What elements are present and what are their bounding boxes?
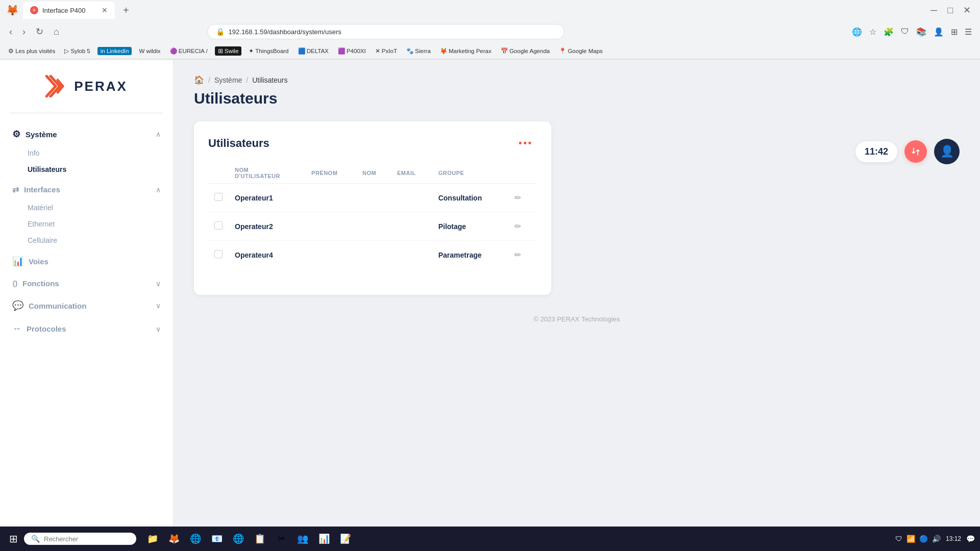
card-menu-button[interactable]: ••• <box>514 136 537 151</box>
row-checkbox-2[interactable] <box>208 241 229 269</box>
taskbar-right: 🛡 📶 🔵 🔊 13:12 💬 <box>895 535 975 543</box>
bookmark-p400xi[interactable]: 🟪 P400XI <box>336 46 368 56</box>
sort-icon <box>911 146 921 157</box>
tab-close-button[interactable]: ✕ <box>102 6 108 14</box>
reload-button[interactable]: ↻ <box>33 24 46 39</box>
sidebar-item-info[interactable]: Info <box>5 145 168 161</box>
account-button[interactable]: 👤 <box>932 25 946 39</box>
bookmark-sierra[interactable]: 🐾 Sierra <box>404 46 433 56</box>
browser-tab[interactable]: ✕ Interface P400 ✕ <box>23 2 115 19</box>
nav-actions: 🌐 ☆ 🧩 🛡 📚 👤 ⊞ ☰ <box>850 25 974 39</box>
bookmark-marketing-perax[interactable]: 🦊 Marketing Perax <box>438 46 494 56</box>
breadcrumb-sep-1: / <box>208 76 210 84</box>
breadcrumb-systeme[interactable]: Système <box>214 76 242 84</box>
home-button[interactable]: ⌂ <box>51 24 62 39</box>
row-checkbox-0[interactable] <box>208 184 229 212</box>
sidebar-item-utilisateurs[interactable]: Utilisateurs <box>5 161 168 178</box>
bookmark-sylob5[interactable]: ▷ Sylob 5 <box>62 46 92 56</box>
back-button[interactable]: ‹ <box>6 24 15 39</box>
taskbar-app-snip[interactable]: ✂ <box>272 530 290 548</box>
nav-protocoles-header[interactable]: ↔ Protocoles ∨ <box>5 318 168 339</box>
col-actions <box>506 163 537 184</box>
new-tab-button[interactable]: + <box>119 5 133 16</box>
sidebar-item-materiel[interactable]: Matériel <box>5 199 168 216</box>
row-nom-0 <box>356 184 391 212</box>
row-edit-1[interactable]: ✏ <box>506 212 537 241</box>
footer: © 2023 PERAX Technologies <box>194 315 960 323</box>
row-edit-0[interactable]: ✏ <box>506 184 537 212</box>
bookmark-thingsboard[interactable]: ✦ ThingsBoard <box>247 46 290 56</box>
main-content: 11:42 👤 🏠 / Système / Utilisateurs Utili… <box>174 60 980 551</box>
bookmark-eurecia[interactable]: 🟣 EURECIA / <box>168 46 210 56</box>
taskbar-shield-icon[interactable]: 🛡 <box>895 535 902 543</box>
bookmark-deltax[interactable]: 🟦 DELTAX <box>296 46 331 56</box>
row-edit-2[interactable]: ✏ <box>506 241 537 269</box>
taskbar-app-firefox[interactable]: 🦊 <box>165 530 183 548</box>
nav-fonctions-header[interactable]: ⟨⟩ Fonctions ∨ <box>5 274 168 293</box>
nav-voies-header[interactable]: 📊 Voies <box>5 251 168 272</box>
taskbar-app-files[interactable]: 📁 <box>143 530 162 548</box>
extensions-list-button[interactable]: ⊞ <box>949 25 960 39</box>
sidebar-item-ethernet[interactable]: Ethernet <box>5 216 168 232</box>
bookmark-les-plus-visites[interactable]: ⚙ Les plus visités <box>6 46 57 56</box>
nav-systeme-header[interactable]: ⚙ Système ∧ <box>5 123 168 145</box>
minimize-button[interactable]: ─ <box>927 3 940 18</box>
user-avatar-button[interactable]: 👤 <box>934 139 960 164</box>
edit-button-2[interactable]: ✏ <box>512 248 523 262</box>
nav-protocoles-icon: ↔ <box>12 323 21 334</box>
tab-favicon: ✕ <box>30 6 38 14</box>
menu-button[interactable]: ☰ <box>963 25 974 39</box>
edit-button-0[interactable]: ✏ <box>512 191 523 205</box>
sidebar-divider <box>10 113 163 113</box>
breadcrumb-home[interactable]: 🏠 <box>194 75 204 85</box>
nav-communication-icon: 💬 <box>12 300 23 311</box>
taskbar-search-input[interactable] <box>44 535 129 543</box>
row-nom-2 <box>356 241 391 269</box>
taskbar-app-teams[interactable]: 👥 <box>293 530 312 548</box>
nav-communication-title: 💬 Communication <box>12 300 86 311</box>
bookmark-button[interactable]: ☆ <box>867 25 878 39</box>
tab-title: Interface P400 <box>42 7 86 14</box>
edit-button-1[interactable]: ✏ <box>512 219 523 233</box>
bookmarks-panel-button[interactable]: 📚 <box>914 25 928 39</box>
table-row: Operateur1 Consultation ✏ <box>208 184 537 212</box>
nav-interfaces-subitems: Matériel Ethernet Cellulaire <box>5 199 168 248</box>
nav-interfaces-header[interactable]: ⇄ Interfaces ∧ <box>5 180 168 199</box>
col-username: NOMD'UTILISATEUR <box>229 163 305 184</box>
taskbar-sound-icon[interactable]: 🔊 <box>932 535 941 543</box>
taskbar-bluetooth-icon[interactable]: 🔵 <box>919 535 928 543</box>
close-button[interactable]: ✕ <box>960 3 974 18</box>
bookmark-google-maps[interactable]: 📍 Google Maps <box>557 46 605 56</box>
row-prenom-2 <box>305 241 356 269</box>
bookmark-linkedin[interactable]: in LinkedIn <box>97 47 132 55</box>
taskbar-app-chrome[interactable]: 🌐 <box>229 530 248 548</box>
taskbar-app-note[interactable]: 📝 <box>336 530 355 548</box>
taskbar-app-excel[interactable]: 📊 <box>315 530 333 548</box>
nav-communication-header[interactable]: 💬 Communication ∨ <box>5 295 168 316</box>
taskbar-wifi-icon[interactable]: 📶 <box>906 535 915 543</box>
taskbar-app-edge[interactable]: 🌐 <box>186 530 205 548</box>
bookmark-google-agenda[interactable]: 📅 Google Agenda <box>499 46 552 56</box>
sort-button[interactable] <box>904 140 927 163</box>
breadcrumb-current: Utilisateurs <box>252 76 287 84</box>
taskbar-app-store[interactable]: 📋 <box>251 530 269 548</box>
shield-button[interactable]: 🛡 <box>899 25 911 38</box>
translate-button[interactable]: 🌐 <box>850 25 864 39</box>
taskbar-start-button[interactable]: ⊞ <box>5 531 22 547</box>
row-checkbox-1[interactable] <box>208 212 229 241</box>
bookmark-pxiot[interactable]: ✕ PxIoT <box>373 46 399 56</box>
maximize-button[interactable]: □ <box>944 3 956 18</box>
taskbar-app-mail[interactable]: 📧 <box>208 530 226 548</box>
bookmark-swile[interactable]: ⊞ Swile <box>215 46 242 56</box>
nav-section-voies: 📊 Voies <box>5 251 168 272</box>
row-email-0 <box>391 184 432 212</box>
nav-interfaces-icon: ⇄ <box>12 185 19 194</box>
taskbar-search[interactable]: 🔍 <box>24 533 136 545</box>
address-bar[interactable]: 🔒 192.168.1.59/dashboard/system/users <box>207 24 565 39</box>
sidebar-item-cellulaire[interactable]: Cellulaire <box>5 232 168 248</box>
forward-button[interactable]: › <box>19 24 29 39</box>
taskbar-notification-icon[interactable]: 💬 <box>966 535 975 543</box>
extensions-button[interactable]: 🧩 <box>881 25 896 39</box>
bookmark-wildix[interactable]: W wildix <box>137 47 162 55</box>
nav-section-interfaces: ⇄ Interfaces ∧ Matériel Ethernet Cellula… <box>5 180 168 248</box>
